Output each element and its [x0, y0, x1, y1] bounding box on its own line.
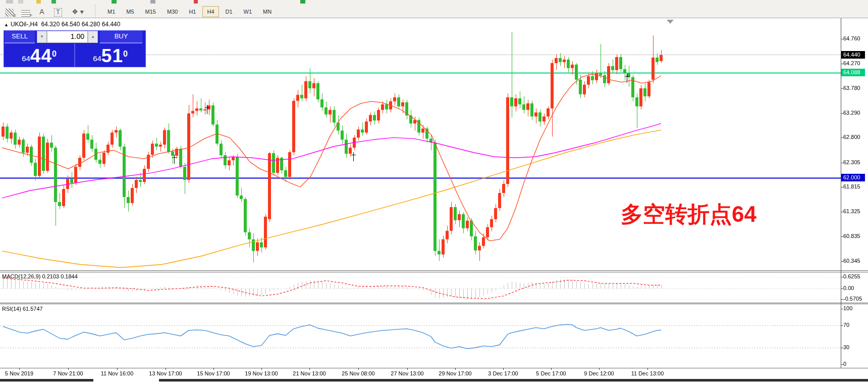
time-axis-label: 13 Nov 17:00: [142, 370, 189, 376]
price-axis-label: 64.760: [843, 35, 860, 41]
chart-annotation-text: 多空转折点64: [621, 200, 756, 229]
timeframe-button-m1[interactable]: M1: [103, 6, 120, 17]
time-axis-label: 19 Nov 13:00: [238, 370, 285, 376]
buy-price-point: 0: [123, 43, 128, 65]
timeframe-button-d1[interactable]: D1: [221, 6, 237, 17]
time-axis-label: 25 Nov 08:00: [335, 370, 382, 376]
price-axis-label: 64.270: [843, 60, 860, 66]
toolbar-separator: [95, 5, 99, 17]
toolbar-fragment: [36, 0, 41, 4]
time-axis-label: 27 Nov 13:00: [384, 370, 430, 376]
volume-field[interactable]: 1.00: [47, 31, 88, 43]
time-axis-label: 5 Nov 2019: [0, 370, 42, 376]
toolbar-fragment: [300, 0, 305, 4]
rsi-axis-label: 100: [843, 305, 852, 311]
volume-increase-button[interactable]: ▲: [88, 31, 98, 43]
toolbar: E F A T ❖ ▾ M1M5M15M30H1H4D1W1MN: [0, 0, 868, 18]
time-axis-label: 5 Dec 17:00: [528, 370, 574, 376]
time-axis-label: 15 Nov 17:00: [190, 370, 237, 376]
toolbar-fragment: [51, 0, 56, 4]
price-axis-label: 61.325: [843, 208, 860, 214]
price-axis-label: 62.800: [843, 134, 860, 140]
toolbar-fragment: [6, 0, 13, 4]
price-badge-green: 64.088: [841, 69, 865, 76]
toolbar-fragment: [18, 0, 23, 4]
symbol-name: UKOil-,H4: [11, 21, 38, 28]
toolbar-fragment: [150, 0, 155, 4]
text-label-tool-icon[interactable]: A: [35, 6, 48, 17]
fibonacci-tool-icon[interactable]: F: [19, 6, 32, 17]
bottom-scrollbar-segment: [159, 379, 868, 381]
time-axis-label: 21 Nov 13:00: [286, 370, 333, 376]
sell-price-display[interactable]: 64 44 0: [4, 43, 74, 67]
time-axis-label: 3 Dec 17:00: [480, 370, 526, 376]
timeframe-button-h1[interactable]: H1: [184, 6, 200, 17]
macd-label: MACD(12,26,9) 0.2103 0.1844: [2, 273, 78, 279]
timeframe-button-m15[interactable]: M15: [141, 6, 160, 17]
bottom-scrollbar-segment: [0, 379, 93, 381]
time-axis-label: 11 Nov 16:00: [94, 370, 140, 376]
icon-sub-label: F: [30, 13, 32, 18]
chart-autoscroll-icon[interactable]: [667, 20, 674, 24]
sell-price-point: 0: [52, 43, 57, 65]
volume-decrease-button[interactable]: ▼: [37, 31, 47, 43]
rsi-axis-label: 30: [843, 344, 849, 350]
price-axis-label: 63.290: [843, 110, 860, 116]
text-a-glyph: A: [39, 7, 44, 17]
time-axis-label: 7 Nov 21:00: [45, 370, 91, 376]
rsi-axis-label: 0: [843, 361, 846, 367]
price-axis-label: 61.815: [843, 183, 860, 189]
macd-axis-label: 0.6255: [843, 273, 860, 279]
timeframe-button-m30[interactable]: M30: [162, 6, 182, 17]
symbol-title: ▲UKOil-,H4 64.320 64.540 64.280 64.440: [4, 21, 120, 28]
time-axis-label: 29 Nov 17:00: [432, 370, 478, 376]
chart-window: ▲UKOil-,H4 64.320 64.540 64.280 64.440 S…: [0, 18, 868, 382]
symbol-ohlc: 64.320 64.540 64.280 64.440: [41, 21, 121, 28]
price-axis-label: 60.835: [843, 233, 860, 239]
price-badge-blue: 62.000: [841, 174, 865, 181]
time-axis-label: 11 Dec 13:00: [624, 370, 671, 376]
channels-tool-icon[interactable]: E: [3, 6, 16, 17]
buy-price-int: 64: [93, 52, 101, 65]
icon-sub-label: E: [14, 13, 16, 18]
timeframe-button-h4[interactable]: H4: [202, 6, 219, 17]
price-axis-label: 60.345: [843, 258, 860, 264]
collapse-icon[interactable]: ▲: [4, 22, 9, 27]
timeframe-button-w1[interactable]: W1: [239, 6, 257, 17]
dots-glyph: [21, 10, 30, 17]
price-badge-black: 64.440: [841, 51, 865, 59]
buy-price-display[interactable]: 64 51 0: [75, 43, 145, 67]
shapes-glyph: ❖ ▾: [72, 7, 83, 17]
toolbar-fragment: [112, 0, 117, 4]
text-t-glyph: T: [54, 8, 62, 17]
price-axis-label: 63.780: [843, 85, 860, 91]
toolbar-fragment: [194, 0, 198, 4]
hatch-glyph: [5, 9, 14, 17]
buy-button[interactable]: BUY: [100, 31, 142, 43]
time-axis-label: 9 Dec 12:00: [576, 370, 622, 376]
shapes-tool-icon[interactable]: ❖ ▾: [68, 6, 88, 17]
text-box-tool-icon[interactable]: T: [51, 6, 65, 17]
rsi-label: RSI(14) 61.5747: [2, 306, 43, 312]
buy-price-pips: 51: [101, 46, 123, 65]
sell-price-int: 64: [22, 52, 30, 65]
rsi-axis-label: 70: [843, 322, 849, 328]
macd-axis-label: -0.5705: [843, 296, 862, 302]
sell-price-pips: 44: [30, 46, 52, 65]
timeframe-button-m5[interactable]: M5: [122, 6, 138, 17]
price-axis-label: 62.305: [843, 159, 860, 165]
macd-axis-label: 0.00: [843, 285, 854, 291]
one-click-trading-panel: SELL ▼ 1.00 ▲ BUY 64 44 0 64 51 0: [4, 30, 146, 67]
timeframe-button-mn[interactable]: MN: [258, 6, 276, 17]
sell-button[interactable]: SELL: [5, 31, 35, 43]
